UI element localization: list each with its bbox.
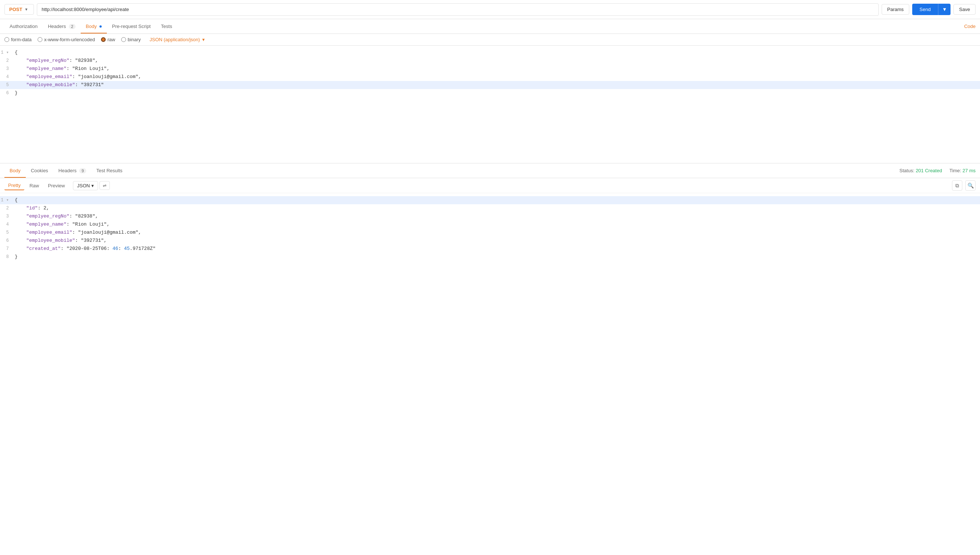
json-type-selector[interactable]: JSON (application/json) ▾ [150,37,205,42]
code-line: 3 "emplyee_regNo": "82938", [0,212,980,220]
send-dropdown-button[interactable]: ▼ [938,4,951,15]
line-number: 8 [0,253,15,261]
send-button-group: Send ▼ [912,4,951,15]
code-line: 1 ▾{ [0,48,980,57]
resp-tab-cookies[interactable]: Cookies [26,164,53,178]
line-number: 1 ▾ [0,48,15,57]
resp-tab-test-results[interactable]: Test Results [92,164,128,178]
resp-tab-body[interactable]: Body [5,164,26,178]
line-number: 3 [0,212,15,220]
wrap-button[interactable]: ⇌ [100,181,110,190]
x-www-option[interactable]: x-www-form-urlencoded [38,37,95,42]
line-content: "emplyee_name": "Rion Louji", [15,220,980,229]
line-content: "created_at": "2020-08-25T06: 46: 45.971… [15,245,980,253]
chevron-down-icon: ▾ [202,37,205,42]
copy-button[interactable]: ⧉ [952,180,962,191]
line-number: 2 [0,204,15,212]
code-line: 4 "emplyee_name": "Rion Louji", [0,220,980,229]
line-content: } [15,253,980,261]
code-line: 6} [0,89,980,97]
response-body: 1 ▾{2 "id": 2,3 "emplyee_regNo": "82938"… [0,193,980,274]
response-format-bar: Pretty Raw Preview JSON ▾ ⇌ ⧉ 🔍 [0,178,980,193]
line-number: 5 [0,229,15,237]
url-input[interactable] [37,3,879,16]
tab-authorization[interactable]: Authorization [5,20,43,34]
top-bar: POST ▼ Params Send ▼ Save [0,0,980,19]
response-time: 27 ms [963,168,975,173]
code-line: 5 "employee_email": "joanlouji@gmail.com… [0,229,980,237]
line-content: "emplyee_regNo": "82938", [15,57,980,65]
response-actions: ⧉ 🔍 [952,180,975,191]
tab-headers[interactable]: Headers 2 [43,20,81,34]
code-line: 7 "created_at": "2020-08-25T06: 46: 45.9… [0,245,980,253]
line-number: 2 [0,57,15,65]
method-selector[interactable]: POST ▼ [5,4,34,15]
fmt-tab-raw[interactable]: Raw [26,181,43,190]
line-content: "id": 2, [15,204,980,212]
line-number: 5 [0,81,15,89]
fmt-tab-pretty[interactable]: Pretty [5,181,24,190]
line-content: } [15,89,980,97]
request-body-editor[interactable]: 1 ▾{2 "emplyee_regNo": "82938",3 "emplye… [0,46,980,164]
line-number: 4 [0,73,15,81]
code-line: 3 "emplyee_name": "Rion Louji", [0,65,980,73]
line-content: "employee_email": "joanlouji@gmail.com", [15,73,980,81]
code-line: 6 "employee_mobile": "392731", [0,237,980,245]
code-line: 2 "id": 2, [0,204,980,212]
line-number: 3 [0,65,15,73]
code-line: 8} [0,253,980,261]
line-number: 1 ▾ [0,196,15,204]
line-content: "employee_mobile": "392731", [15,237,980,245]
chevron-down-icon: ▼ [24,7,28,11]
code-line: 1 ▾{ [0,196,980,204]
body-options-bar: form-data x-www-form-urlencoded raw bina… [0,34,980,46]
status-badge: 201 Created [916,168,942,173]
line-content: { [15,48,980,57]
binary-option[interactable]: binary [121,37,141,42]
tab-pre-request-script[interactable]: Pre-request Script [107,20,156,34]
line-content: { [15,196,980,204]
line-number: 4 [0,220,15,229]
response-tabs-bar: Body Cookies Headers 9 Test Results Stat… [0,164,980,178]
fmt-tab-preview[interactable]: Preview [44,181,69,190]
code-link[interactable]: Code [964,24,975,29]
line-content: "employee_mobile": "392731" [15,81,980,89]
params-button[interactable]: Params [882,4,909,15]
line-number: 6 [0,237,15,245]
code-line: 4 "employee_email": "joanlouji@gmail.com… [0,73,980,81]
line-number: 6 [0,89,15,97]
search-button[interactable]: 🔍 [965,180,975,191]
response-status: Status: 201 Created Time: 27 ms [899,168,975,173]
resp-tab-headers[interactable]: Headers 9 [53,164,92,178]
code-line: 2 "emplyee_regNo": "82938", [0,57,980,65]
chevron-down-icon: ▼ [942,6,947,12]
form-data-option[interactable]: form-data [5,37,32,42]
line-number: 7 [0,245,15,253]
request-tabs: Authorization Headers 2 Body Pre-request… [0,19,980,34]
body-active-dot [100,26,102,27]
raw-option[interactable]: raw [101,37,115,42]
code-line: 5 "employee_mobile": "392731" [0,81,980,89]
chevron-down-icon: ▾ [92,183,94,188]
tab-tests[interactable]: Tests [156,20,177,34]
save-button[interactable]: Save [953,4,975,15]
line-content: "emplyee_regNo": "82938", [15,212,980,220]
response-section: Body Cookies Headers 9 Test Results Stat… [0,164,980,274]
method-label: POST [9,6,22,12]
line-content: "emplyee_name": "Rion Louji", [15,65,980,73]
response-json-selector[interactable]: JSON ▾ [73,181,98,190]
line-content: "employee_email": "joanlouji@gmail.com", [15,229,980,237]
tab-body[interactable]: Body [81,20,107,34]
send-button[interactable]: Send [912,4,938,15]
